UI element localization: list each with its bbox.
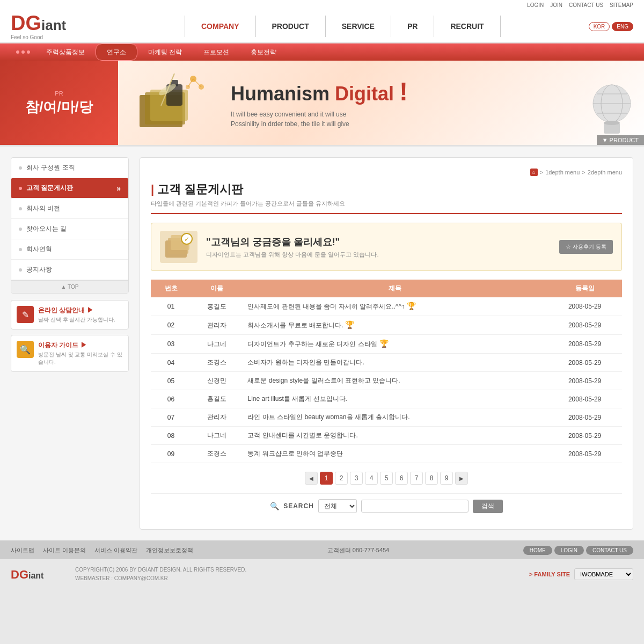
review-button[interactable]: ☆ 사용후기 등록 (559, 240, 613, 254)
table-row[interactable]: 05 신경민 새로운 design style을 일러스트에 표현하고 있습니다… (151, 372, 622, 390)
widget-desc-guide: 방문전 날씨 및 교통 미리보실 수 있습니다. (38, 351, 123, 366)
logo-iant: iant (41, 17, 66, 33)
banner-exclaim: ! (399, 77, 408, 106)
join-link[interactable]: JOIN (550, 2, 562, 8)
sidebar-widget-guide: 🔍 이용자 가이드 ▶ 방문전 날씨 및 교통 미리보실 수 있습니다. (11, 335, 129, 372)
logo[interactable]: DGiant Feel so Good (11, 13, 97, 40)
nav-service[interactable]: SERVICE (326, 16, 391, 37)
sidebar-item-org[interactable]: 회사 구성원 조직 (11, 158, 128, 178)
sidebar-item-history[interactable]: 회사연혁 (11, 239, 128, 260)
main-panel: ⌂ > 1depth menu > 2depth menu 고객 질문게시판 타… (140, 157, 633, 530)
table-row[interactable]: 02 관리자 회사소개서를 무료로 배포합니다.🏆 2008-05-29 (151, 316, 622, 335)
sidebar-item-notice[interactable]: 공지사항 (11, 260, 128, 280)
footer-link-usage[interactable]: 사이트 이용문의 (43, 546, 86, 554)
banner: PR 참/여/마/당 (0, 61, 644, 147)
footer-contact-btn[interactable]: CONTACT US (586, 546, 633, 555)
banner-pr-label: PR (55, 90, 63, 97)
cell-date: 2008-05-29 (547, 354, 622, 372)
sub-nav-item-0[interactable]: 주력상품정보 (35, 43, 96, 61)
page-9-button[interactable]: 9 (440, 472, 453, 485)
page-1-button[interactable]: 1 (320, 472, 333, 485)
cell-title[interactable]: 새로운 design style을 일러스트에 표현하고 있습니다. (242, 372, 547, 390)
sub-nav-item-4[interactable]: 홍보전략 (240, 43, 287, 61)
page-4-button[interactable]: 4 (365, 472, 378, 485)
table-row[interactable]: 07 관리자 라인 아트 스타일인 beauty woman을 새롭게 출시합니… (151, 408, 622, 427)
col-title: 제목 (242, 280, 547, 297)
sidebar-dot (19, 248, 22, 251)
sidebar-item-qna[interactable]: 고객 질문게시판 » (11, 178, 128, 199)
page-6-button[interactable]: 6 (395, 472, 408, 485)
sitemap-link[interactable]: SITEMAP (610, 2, 633, 8)
cell-title[interactable]: 고객 안내센터를 시간별로 운영합니다. (242, 427, 547, 445)
main-nav: COMPANY PRODUCT SERVICE PR RECRUIT (97, 16, 589, 37)
table-row[interactable]: 08 나그네 고객 안내센터를 시간별로 운영합니다. 2008-05-29 (151, 427, 622, 445)
breadcrumb-depth1[interactable]: 1depth menu (545, 169, 580, 175)
sidebar-top-button[interactable]: ▲ TOP (11, 280, 128, 293)
sidebar-dot (19, 207, 22, 210)
footer-family-select[interactable]: IWOBMADE (574, 568, 633, 580)
sidebar-item-location[interactable]: 찾아오시는 길 (11, 219, 128, 239)
cell-title[interactable]: 동계 워크샵으로 인하여 업무중단 (242, 445, 547, 463)
login-link[interactable]: LOGIN (527, 2, 544, 8)
nav-recruit[interactable]: RECRUIT (434, 16, 500, 37)
table-body: 01 홍길도 인사제도에 관련된 내용을 좀더 자세히 알려주세요..^^↑🏆 … (151, 297, 622, 463)
lang-kor[interactable]: KOR (589, 22, 610, 31)
breadcrumb: ⌂ > 1depth menu > 2depth menu (151, 169, 622, 176)
page-7-button[interactable]: 7 (410, 472, 423, 485)
nav-pr[interactable]: PR (391, 16, 434, 37)
sidebar-dot (19, 166, 22, 170)
cell-date: 2008-05-29 (547, 316, 622, 335)
page-title-area: 고객 질문게시판 타입들에 관련된 기본적인 카피가 들어가는 공간으로서 글들… (151, 181, 622, 214)
page-2-button[interactable]: 2 (335, 472, 348, 485)
pagination: ◀ 1 2 3 4 5 6 7 8 9 ▶ (151, 472, 622, 485)
cell-title[interactable]: 회사소개서를 무료로 배포합니다.🏆 (242, 316, 547, 335)
page-8-button[interactable]: 8 (425, 472, 438, 485)
breadcrumb-sep1: > (540, 169, 543, 175)
cell-title[interactable]: 인사제도에 관련된 내용을 좀더 자세히 알려주세요..^^↑🏆 (242, 297, 547, 316)
page-3-button[interactable]: 3 (350, 472, 363, 485)
sub-nav-item-1[interactable]: 연구소 (96, 43, 137, 61)
dot3 (27, 50, 30, 54)
nav-product[interactable]: PRODUCT (256, 16, 326, 37)
trophy-icon: 🏆 (407, 302, 416, 310)
footer-link-sitemap[interactable]: 사이트맵 (11, 546, 34, 554)
nav-company[interactable]: COMPANY (185, 16, 256, 37)
sidebar-item-vision[interactable]: 회사의 비전 (11, 199, 128, 219)
logo-dg: DG (11, 12, 41, 34)
footer-home-btn[interactable]: HOME (523, 546, 552, 555)
breadcrumb-depth2[interactable]: 2depth menu (588, 169, 622, 175)
next-page-button[interactable]: ▶ (455, 472, 468, 485)
table-row[interactable]: 09 조경스 동계 워크샵으로 인하여 업무중단 2008-05-29 (151, 445, 622, 463)
dot1 (16, 50, 19, 54)
footer-login-btn[interactable]: LOGIN (554, 546, 584, 555)
sub-nav-item-3[interactable]: 프로모션 (193, 43, 240, 61)
sidebar-dot-active (19, 187, 22, 190)
search-category-select[interactable]: 전체 (318, 499, 357, 513)
table-row[interactable]: 01 홍길도 인사제도에 관련된 내용을 좀더 자세히 알려주세요..^^↑🏆 … (151, 297, 622, 316)
cell-name: 관리자 (191, 408, 242, 427)
home-icon[interactable]: ⌂ (530, 169, 538, 176)
search-input[interactable] (361, 500, 469, 513)
table-row[interactable]: 03 나그네 디자이언트가 추구하는 새로운 디자인 스타일🏆 2008-05-… (151, 335, 622, 354)
footer-logo-iant: iant (28, 571, 43, 580)
cell-title[interactable]: 디자이언트가 추구하는 새로운 디자인 스타일🏆 (242, 335, 547, 354)
table-row[interactable]: 04 조경스 소비자가 원하는 디자인을 만들어갑니다. 2008-05-29 (151, 354, 622, 372)
contact-link[interactable]: CONTACT US (569, 2, 603, 8)
cell-title[interactable]: Line art illust를 새롭게 선보입니다. (242, 390, 547, 408)
lang-eng[interactable]: ENG (612, 22, 633, 31)
cell-title[interactable]: 소비자가 원하는 디자인을 만들어갑니다. (242, 354, 547, 372)
table-row[interactable]: 06 홍길도 Line art illust를 새롭게 선보입니다. 2008-… (151, 390, 622, 408)
cell-title[interactable]: 라인 아트 스타일인 beauty woman을 새롭게 출시합니다. (242, 408, 547, 427)
page-title: 고객 질문게시판 (151, 181, 622, 197)
banner-globe (590, 82, 633, 138)
footer-link-privacy[interactable]: 개인정보보호정책 (146, 546, 193, 554)
page-5-button[interactable]: 5 (380, 472, 393, 485)
search-icon: 🔍 (270, 502, 279, 510)
prev-page-button[interactable]: ◀ (305, 472, 318, 485)
sub-nav-item-2[interactable]: 마케팅 전략 (137, 43, 193, 61)
footer-copyright: COPYRIGHT(C) 2006 BY DGIANT DESIGN. ALL … (75, 566, 518, 583)
footer-link-service[interactable]: 서비스 이용약관 (94, 546, 137, 554)
search-button[interactable]: 검색 (473, 500, 503, 513)
cell-date: 2008-05-29 (547, 445, 622, 463)
cell-num: 01 (151, 297, 191, 316)
